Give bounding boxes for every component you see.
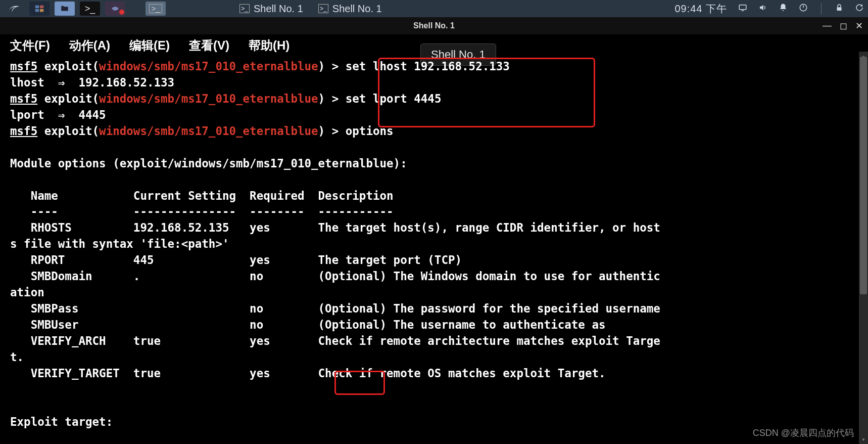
terminal-window: Shell No. 1 — ◻ ✕ Shell No. 1 文件(F) 动作(A… xyxy=(0,17,868,444)
opt-smbpass: SMBPass no (Optional) The password for t… xyxy=(10,302,660,315)
watermark-text: CSDN @凌晨四点的代码 xyxy=(753,427,854,439)
volume-icon[interactable] xyxy=(758,3,767,15)
opt-rhosts: RHOSTS 192.168.52.135 yes The target hos… xyxy=(10,221,660,234)
lock-icon[interactable] xyxy=(835,3,844,15)
svg-rect-5 xyxy=(742,10,744,11)
kali-menu-icon[interactable] xyxy=(4,2,24,16)
menu-edit[interactable]: 编辑(E) xyxy=(129,37,170,54)
terminal-icon: >_ xyxy=(318,4,328,13)
terminal-launcher-icon[interactable]: >_ xyxy=(80,2,100,16)
svg-rect-3 xyxy=(40,9,43,12)
taskbar-tab-1[interactable]: >_ Shell No. 1 xyxy=(239,3,303,15)
svg-rect-7 xyxy=(837,7,842,11)
workspace-1-icon[interactable] xyxy=(29,2,50,16)
app-indicator-icon[interactable] xyxy=(105,2,125,16)
menu-file[interactable]: 文件(F) xyxy=(10,37,50,54)
files-icon[interactable] xyxy=(55,2,75,16)
active-terminal-task-icon[interactable]: >_ xyxy=(146,2,166,16)
taskbar-tab-label: Shell No. 1 xyxy=(332,3,382,15)
highlight-box-run xyxy=(334,371,385,395)
msf-prompt: msf5 xyxy=(10,92,37,105)
res-lhost: lhost ⇒ 192.168.52.133 xyxy=(10,76,174,89)
clock[interactable]: 09:44 下午 xyxy=(674,2,727,16)
terminal-icon: >_ xyxy=(239,4,250,13)
menu-view[interactable]: 查看(V) xyxy=(189,37,229,54)
opt-rport: RPORT 445 yes The target port (TCP) xyxy=(10,253,462,267)
taskbar-tab-2[interactable]: >_ Shell No. 1 xyxy=(318,3,382,15)
options-columns-sep: ---- --------------- -------- ----------… xyxy=(10,205,394,218)
menu-help[interactable]: 帮助(H) xyxy=(249,37,290,54)
power-icon[interactable] xyxy=(799,3,808,15)
scroll-thumb[interactable] xyxy=(860,57,867,294)
svg-rect-4 xyxy=(739,5,746,9)
menu-action[interactable]: 动作(A) xyxy=(69,37,110,54)
minimize-button[interactable]: — xyxy=(823,20,832,31)
msf-prompt: msf5 xyxy=(10,124,37,138)
maximize-button[interactable]: ◻ xyxy=(840,20,847,31)
window-titlebar[interactable]: Shell No. 1 — ◻ ✕ xyxy=(0,17,868,34)
system-tray: 09:44 下午 xyxy=(674,2,864,16)
taskbar-window-list: >_ Shell No. 1 >_ Shell No. 1 xyxy=(239,3,382,15)
res-lport: lport ⇒ 4445 xyxy=(10,108,106,121)
svg-rect-0 xyxy=(35,6,39,8)
module-options-header: Module options (exploit/windows/smb/ms17… xyxy=(10,157,407,170)
svg-rect-2 xyxy=(35,9,39,12)
restart-icon[interactable] xyxy=(855,3,864,15)
terminal-output[interactable]: msf5 exploit(windows/smb/ms17_010_eterna… xyxy=(0,57,868,444)
close-button[interactable]: ✕ xyxy=(855,20,863,31)
exploit-target-header: Exploit target: xyxy=(10,415,113,428)
taskbar-launchers: >_ >_ xyxy=(4,2,166,16)
msf-prompt: msf5 xyxy=(10,60,37,73)
opt-verify-target: VERIFY_TARGET true yes Check if remote O… xyxy=(10,367,606,380)
options-columns: Name Current Setting Required Descriptio… xyxy=(10,189,394,202)
taskbar-tab-label: Shell No. 1 xyxy=(254,3,303,15)
window-title: Shell No. 1 xyxy=(0,21,868,30)
svg-rect-1 xyxy=(40,6,43,8)
desktop-taskbar: >_ >_ >_ Shell No. 1 >_ Shell No. 1 09:4… xyxy=(0,0,868,17)
opt-smbdomain: SMBDomain . no (Optional) The Windows do… xyxy=(10,270,660,283)
opt-smbuser: SMBUser no (Optional) The username to au… xyxy=(10,318,606,331)
display-icon[interactable] xyxy=(738,3,747,15)
highlight-box-commands xyxy=(378,58,595,127)
notifications-icon[interactable] xyxy=(779,3,788,15)
scroll-down-icon[interactable]: ▾ xyxy=(859,435,868,444)
opt-verify-arch: VERIFY_ARCH true yes Check if remote arc… xyxy=(10,334,660,347)
vertical-scrollbar[interactable]: ▴ ▾ xyxy=(859,52,868,444)
